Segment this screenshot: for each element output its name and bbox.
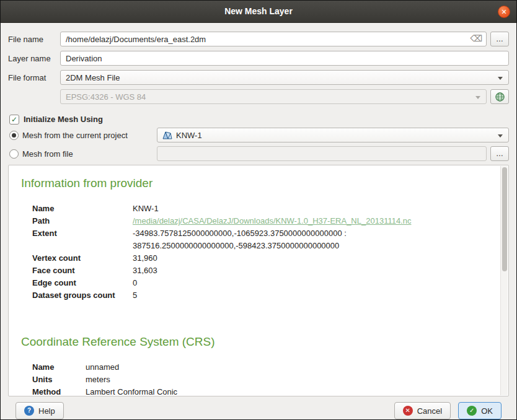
- project-mesh-select[interactable]: KNW-1: [157, 128, 509, 142]
- initialize-mesh-row: ✓ Initialize Mesh Using: [9, 114, 509, 125]
- file-format-label: File format: [8, 73, 60, 82]
- row-value: meters: [86, 374, 448, 386]
- chevron-down-icon: [498, 134, 503, 138]
- cancel-icon: ✕: [403, 406, 413, 416]
- initialize-mesh-checkbox[interactable]: ✓: [9, 115, 19, 125]
- row-label: Name: [32, 203, 133, 215]
- row-value: 5: [133, 289, 487, 302]
- table-row: Units meters: [32, 374, 487, 386]
- file-name-row: File name ⌫ …: [8, 32, 509, 46]
- crs-select: EPSG:4326 - WGS 84: [60, 89, 487, 104]
- crs-table: Name unnamed Units meters Method Lambert…: [32, 361, 487, 396]
- row-label: Edge count: [32, 277, 133, 289]
- mesh-layer-icon: [162, 131, 172, 139]
- row-label: Vertex count: [32, 252, 133, 265]
- row-value: Lambert Conformal Conic: [86, 386, 448, 396]
- project-mesh-value: KNW-1: [176, 131, 202, 140]
- chevron-down-icon: [498, 77, 503, 80]
- ok-button[interactable]: ✓ OK: [458, 402, 502, 419]
- mesh-from-project-label: Mesh from the current project: [22, 131, 157, 140]
- new-mesh-layer-dialog: New Mesh Layer ✕ File name ⌫ … Layer nam…: [0, 0, 517, 420]
- row-label: Dataset groups count: [32, 289, 133, 302]
- provider-info-panel[interactable]: Information from provider Name KNW-1 Pat…: [8, 165, 509, 396]
- mesh-from-file-row: Mesh from file …: [9, 146, 509, 161]
- close-button[interactable]: ✕: [498, 6, 510, 18]
- provider-info-content: Information from provider Name KNW-1 Pat…: [9, 165, 508, 396]
- crs-heading: Coordinate Reference System (CRS): [21, 335, 487, 349]
- help-icon: ?: [24, 406, 34, 416]
- globe-crs-icon: [495, 92, 505, 102]
- chevron-down-icon: [475, 96, 480, 99]
- row-label: Name: [32, 361, 86, 374]
- file-name-browse-button[interactable]: …: [490, 32, 509, 46]
- scrollbar-thumb[interactable]: [502, 167, 507, 271]
- close-icon: ✕: [501, 9, 506, 15]
- mesh-from-file-input: [157, 146, 487, 161]
- mesh-from-file-label: Mesh from file: [22, 149, 157, 159]
- table-row: Extent -34983.7578125000000000,-1065923.…: [32, 227, 487, 252]
- table-row: Dataset groups count 5: [32, 289, 487, 302]
- help-button-label: Help: [38, 406, 55, 416]
- layer-name-label: Layer name: [8, 54, 60, 63]
- cancel-button-label: Cancel: [417, 406, 442, 416]
- row-label: Path: [32, 215, 133, 227]
- row-value: unnamed: [86, 361, 448, 374]
- row-label: Units: [32, 374, 86, 386]
- mesh-from-file-browse-button[interactable]: …: [490, 146, 509, 161]
- crs-value: EPSG:4326 - WGS 84: [66, 92, 146, 102]
- titlebar[interactable]: New Mesh Layer ✕: [1, 1, 516, 23]
- ok-icon: ✓: [467, 406, 477, 416]
- provider-heading: Information from provider: [21, 177, 487, 190]
- row-label: Face count: [32, 265, 133, 277]
- table-row: Name unnamed: [32, 361, 487, 374]
- help-button[interactable]: ? Help: [15, 402, 64, 419]
- check-icon: ✓: [11, 115, 17, 124]
- mesh-from-project-radio[interactable]: [9, 131, 19, 140]
- initialize-mesh-label: Initialize Mesh Using: [24, 115, 103, 124]
- row-label: Extent: [32, 227, 133, 252]
- radio-dot: [12, 133, 16, 138]
- file-format-row: File format 2DM Mesh File: [8, 70, 509, 85]
- table-row: Face count 31,603: [32, 265, 487, 277]
- file-name-label: File name: [8, 35, 60, 44]
- table-row: Vertex count 31,960: [32, 252, 487, 265]
- mesh-from-file-radio[interactable]: [9, 149, 19, 159]
- window-title: New Mesh Layer: [1, 1, 516, 22]
- file-name-input-wrap: ⌫: [60, 32, 487, 46]
- table-row: Edge count 0: [32, 277, 487, 289]
- provider-table: Name KNW-1 Path /media/delazj/CASA/Delaz…: [32, 203, 487, 302]
- ok-button-label: OK: [481, 406, 493, 416]
- table-row: Name KNW-1: [32, 203, 487, 215]
- dialog-body: File name ⌫ … Layer name File format 2DM…: [1, 23, 516, 420]
- table-row: Method Lambert Conformal Conic: [32, 386, 487, 396]
- path-link[interactable]: /media/delazj/CASA/DelazJ/Downloads/KNW-…: [133, 215, 487, 227]
- layer-name-input[interactable]: [60, 51, 509, 66]
- row-value: -34983.7578125000000000,-1065923.3750000…: [133, 227, 487, 252]
- clear-text-icon[interactable]: ⌫: [470, 33, 482, 43]
- crs-row: EPSG:4326 - WGS 84: [8, 89, 509, 104]
- file-name-input[interactable]: [60, 32, 487, 46]
- mesh-from-project-row: Mesh from the current project KNW-1: [9, 128, 509, 142]
- layer-name-row: Layer name: [8, 51, 509, 66]
- scrollbar[interactable]: [500, 166, 508, 395]
- row-value: KNW-1: [133, 203, 487, 215]
- cancel-button[interactable]: ✕ Cancel: [394, 402, 451, 419]
- row-value: 31,960: [133, 252, 487, 265]
- row-value: 31,603: [133, 265, 487, 277]
- button-bar: ? Help ✕ Cancel ✓ OK: [8, 396, 509, 420]
- row-value: 0: [133, 277, 487, 289]
- table-row: Path /media/delazj/CASA/DelazJ/Downloads…: [32, 215, 487, 227]
- file-format-value: 2DM Mesh File: [66, 73, 120, 82]
- crs-picker-button[interactable]: [490, 89, 509, 104]
- file-format-select[interactable]: 2DM Mesh File: [60, 70, 509, 85]
- row-label: Method: [32, 386, 86, 396]
